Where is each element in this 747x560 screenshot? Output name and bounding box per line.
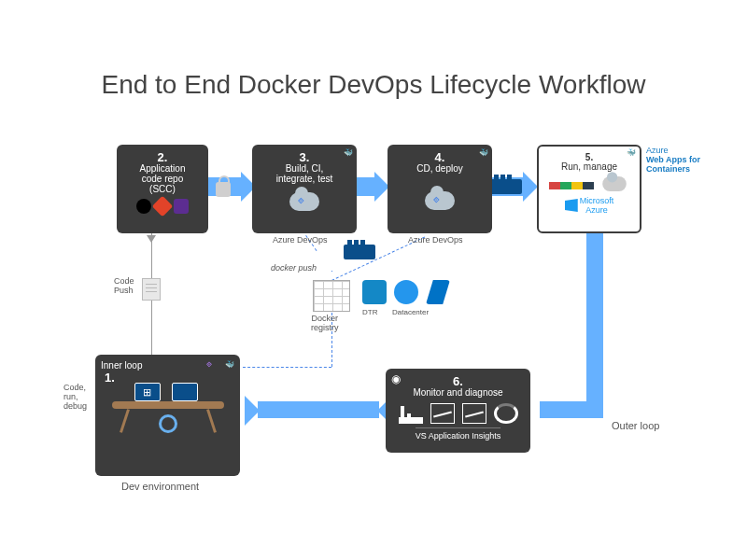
stage-number: 1. (105, 371, 115, 385)
docker-whale-icon: 🐳 (344, 148, 353, 157)
visual-studio-icon: ⟐ (206, 358, 212, 369)
lock-icon (216, 182, 231, 197)
brand-label: Azure DevOps (273, 235, 328, 245)
docker-registry-icon (313, 280, 350, 312)
inner-loop-label: Inner loop (101, 360, 142, 371)
container-icon (344, 245, 375, 259)
arrow-3-to-4 (356, 177, 376, 196)
inner-side-label: Code, run, debug (63, 383, 87, 411)
registry-providers (362, 280, 450, 304)
windows-icon (565, 199, 578, 212)
stage-number: 3. (300, 150, 310, 164)
arrowhead-up (147, 235, 156, 243)
diagram-title: End to End Docker DevOps Lifecycle Workf… (0, 70, 747, 100)
docker-hub-icon (394, 280, 418, 304)
line-chart-icon (462, 403, 486, 424)
dashboard-icon (549, 182, 594, 189)
desk-illustration: ⊞ (112, 388, 224, 435)
stage-label: Monitor and diagnose (413, 387, 502, 399)
line-chart-icon (430, 403, 455, 424)
container-icon (490, 179, 522, 194)
pie-chart-icon (494, 403, 518, 424)
stage-2-code-repo: 2. Application code repo (SCC) (117, 145, 208, 233)
outer-loop-label: Outer loop (612, 420, 659, 431)
arrow-outer-down (586, 233, 603, 401)
code-push-label: Code Push (114, 276, 134, 295)
vsts-icon (174, 199, 189, 214)
azure-devops-icon: ⟐ (425, 191, 455, 210)
apple-monitor-icon (172, 383, 198, 401)
bar-chart-icon (399, 403, 423, 424)
app-insights-label: VS Application Insights (416, 427, 501, 441)
dash-registry-to-1b (243, 367, 331, 368)
stage-3-build-ci: 3. Build, CI, integrate, test ⟐ 🐳 (252, 145, 357, 233)
dtr-icon (362, 280, 387, 304)
arrow-outer-corner (540, 401, 603, 418)
docker-whale-icon: 🐳 (627, 148, 636, 157)
azure-webapps-note: Azure Web Apps for Containers (646, 147, 700, 175)
stage-4-cd-deploy: 4. CD, deploy ⟐ 🐳 (388, 145, 492, 233)
stage-label: Run, manage (561, 161, 617, 173)
stage-1-dev-environment: Inner loop ⟐ 🐳 1. ⊞ (95, 355, 240, 476)
registry-label: Docker registry (311, 314, 339, 332)
stage-number: 2. (158, 150, 168, 164)
brand-text: Microsoft (580, 196, 614, 205)
windows-monitor-icon: ⊞ (134, 383, 161, 401)
stage-5-run-manage: 🐳 5. Run, manage MicrosoftAzure (537, 145, 641, 233)
github-icon (136, 199, 151, 214)
stage-label: integrate, test (276, 174, 333, 185)
dash-3-registry-b (331, 271, 332, 272)
docker-push-label: docker push (271, 263, 317, 273)
azure-acr-icon (426, 280, 450, 304)
dev-env-label: Dev environment (121, 481, 199, 492)
note-line: Containers (646, 165, 700, 175)
azure-devops-icon: ⟐ (289, 192, 319, 211)
brand-label: Azure DevOps (408, 235, 463, 245)
stage-6-monitor: ◉ 6. Monitor and diagnose VS Application… (386, 369, 530, 453)
stage-label: (SCC) (149, 184, 176, 195)
refresh-icon (159, 414, 177, 433)
arrow-6-to-1 (258, 401, 379, 418)
datacenter-label: Datacenter (392, 308, 429, 316)
stage-label: CD, deploy (416, 163, 462, 175)
docker-whale-icon: 🐳 (225, 360, 234, 369)
stage-number: 4. (435, 150, 445, 164)
git-icon (152, 196, 174, 217)
document-icon (142, 278, 161, 301)
docker-whale-icon: 🐳 (479, 148, 488, 157)
stage-number: 6. (453, 374, 463, 388)
brand-text: Azure (585, 205, 608, 215)
azure-logo: MicrosoftAzure (565, 196, 614, 215)
dtr-label: DTR (362, 308, 377, 316)
cloud-icon (602, 176, 627, 191)
